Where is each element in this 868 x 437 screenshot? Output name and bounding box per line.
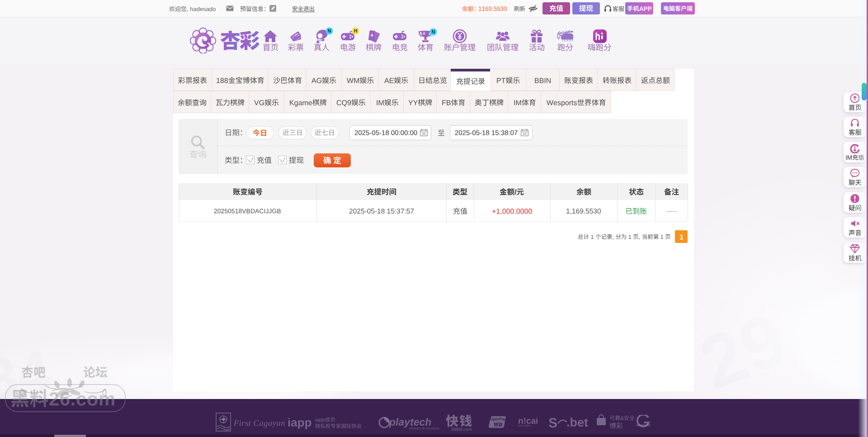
svg-text:N: N bbox=[432, 29, 435, 34]
svg-text:N: N bbox=[328, 28, 331, 33]
svg-text:H: H bbox=[354, 28, 358, 33]
